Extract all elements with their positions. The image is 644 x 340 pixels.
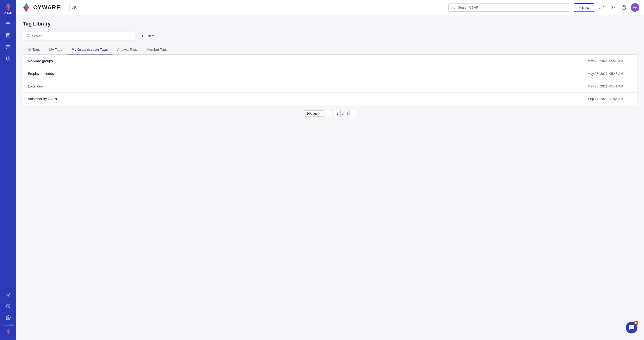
filter-bar: Filters — [23, 31, 638, 40]
svg-marker-24 — [24, 6, 26, 12]
page-title: Tag Library — [23, 21, 638, 27]
tab-my-tags[interactable]: My Tags — [44, 45, 67, 54]
chevron-down-icon — [318, 112, 321, 115]
page-nav: ‹ 1 of 1 › — [326, 110, 356, 117]
tab-all-tags[interactable]: All Tags — [23, 45, 44, 54]
tag-date: May 28, 2021, 05:49 AM — [588, 59, 623, 63]
tag-search-icon — [26, 34, 30, 38]
team-icon — [71, 5, 77, 10]
tag-table: Malware groups May 28, 2021, 05:49 AM Em… — [23, 54, 638, 105]
tag-row[interactable]: Locations May 28, 2021, 05:41 AM — [23, 80, 637, 93]
sidebar-item-clock[interactable] — [0, 301, 16, 312]
page-content: Tag Library Filters All Tags My Tags My … — [16, 15, 644, 340]
tag-date: May 28, 2021, 05:48 AM — [588, 72, 623, 75]
refresh-icon — [599, 5, 604, 10]
svg-point-13 — [6, 48, 7, 49]
tag-date: Sep 27, 2022, 11:45 AM — [588, 97, 623, 101]
powered-by-label: Powered By — [2, 324, 14, 327]
next-page-button[interactable]: › — [350, 110, 356, 117]
tag-row[interactable]: Malware groups May 28, 2021, 05:49 AM — [23, 55, 637, 67]
svg-point-27 — [75, 6, 76, 8]
prev-page-button[interactable]: ‹ — [326, 110, 333, 117]
user-avatar[interactable]: MK — [631, 3, 639, 12]
refresh-icon-button[interactable] — [597, 3, 606, 12]
pagination-bar: 10/page ‹ 1 of 1 › — [23, 105, 638, 119]
svg-line-16 — [8, 306, 9, 307]
tab-member-tags[interactable]: Member Tags — [142, 45, 172, 54]
help-icon-button[interactable] — [620, 3, 628, 12]
topbar-search-container — [448, 3, 570, 12]
tag-name: Locations — [28, 84, 588, 88]
sidebar-bottom: Powered By — [0, 289, 16, 338]
tab-analyst-tags[interactable]: Analyst Tags — [112, 45, 142, 54]
svg-rect-6 — [6, 25, 10, 25]
notes-icon — [6, 33, 11, 38]
sidebar-item-shield[interactable] — [0, 53, 16, 64]
tag-name: Malware groups — [28, 59, 588, 63]
per-page-select[interactable]: 10/page — [304, 110, 324, 117]
gear-icon — [6, 315, 11, 320]
svg-line-29 — [454, 8, 455, 9]
topbar-logo: CYWARE™ — [21, 2, 64, 13]
svg-rect-11 — [6, 46, 10, 47]
sidebar-logo-area: CSAP — [4, 2, 13, 15]
svg-point-32 — [27, 34, 29, 36]
topbar-search-input[interactable] — [448, 3, 570, 12]
tag-row[interactable]: Vulnerability CVEs Sep 27, 2022, 11:45 A… — [23, 93, 637, 105]
sync-icon — [6, 292, 11, 297]
svg-point-26 — [73, 6, 74, 7]
tabs-container: All Tags My Tags My Organization Tags An… — [23, 45, 638, 54]
chat-icon — [629, 325, 634, 331]
topbar-logo-text: CYWARE™ — [33, 4, 64, 11]
topbar: CYWARE™ + New — [16, 0, 644, 15]
sidebar-item-notes[interactable] — [0, 30, 16, 41]
feed-icon — [6, 44, 11, 49]
filters-button[interactable]: Filters — [139, 33, 156, 39]
clock-icon — [6, 304, 11, 309]
filter-icon — [141, 34, 144, 38]
tab-my-org-tags[interactable]: My Organization Tags — [67, 45, 112, 54]
sidebar-app-label: CSAP — [4, 12, 12, 15]
chat-badge: 47 — [634, 321, 638, 326]
sidebar: CSAP Powered By — [0, 0, 16, 340]
help-icon — [622, 5, 626, 10]
cyware-sidebar-icon — [4, 2, 13, 12]
sidebar-item-sync[interactable] — [0, 289, 16, 300]
cyware-bottom-logo — [5, 328, 12, 335]
shield-icon — [6, 56, 11, 61]
tag-name: Vulnerability CVEs — [28, 97, 588, 101]
svg-rect-12 — [6, 48, 10, 48]
sidebar-item-feed[interactable] — [0, 42, 16, 52]
moon-icon — [610, 5, 615, 10]
sidebar-nav — [0, 17, 16, 289]
sidebar-item-menu[interactable] — [0, 18, 16, 29]
current-page-button[interactable]: 1 — [334, 110, 341, 117]
tag-search-box — [23, 31, 135, 40]
chat-bubble-button[interactable]: 47 — [626, 322, 638, 334]
svg-rect-5 — [6, 23, 10, 24]
topbar-search-icon — [451, 5, 455, 10]
new-button[interactable]: + New — [574, 3, 594, 12]
main-area: CYWARE™ + New — [16, 0, 644, 340]
topbar-actions: + New MK — [574, 3, 639, 12]
svg-line-33 — [29, 36, 30, 37]
svg-marker-34 — [141, 35, 144, 37]
svg-rect-4 — [6, 22, 10, 23]
hamburger-icon — [6, 21, 11, 26]
tag-search-input[interactable] — [32, 34, 132, 38]
tag-date: May 28, 2021, 05:41 AM — [588, 84, 623, 88]
tag-row[interactable]: Employee codes May 28, 2021, 05:48 AM — [23, 67, 637, 80]
sidebar-item-settings[interactable] — [0, 313, 16, 323]
team-icon-button[interactable] — [70, 3, 79, 12]
svg-point-28 — [452, 6, 454, 8]
tag-name: Employee codes — [28, 71, 588, 75]
dark-mode-icon-button[interactable] — [608, 3, 617, 12]
svg-marker-25 — [26, 6, 29, 12]
svg-point-17 — [8, 317, 9, 319]
cyware-logo-icon — [21, 2, 31, 13]
